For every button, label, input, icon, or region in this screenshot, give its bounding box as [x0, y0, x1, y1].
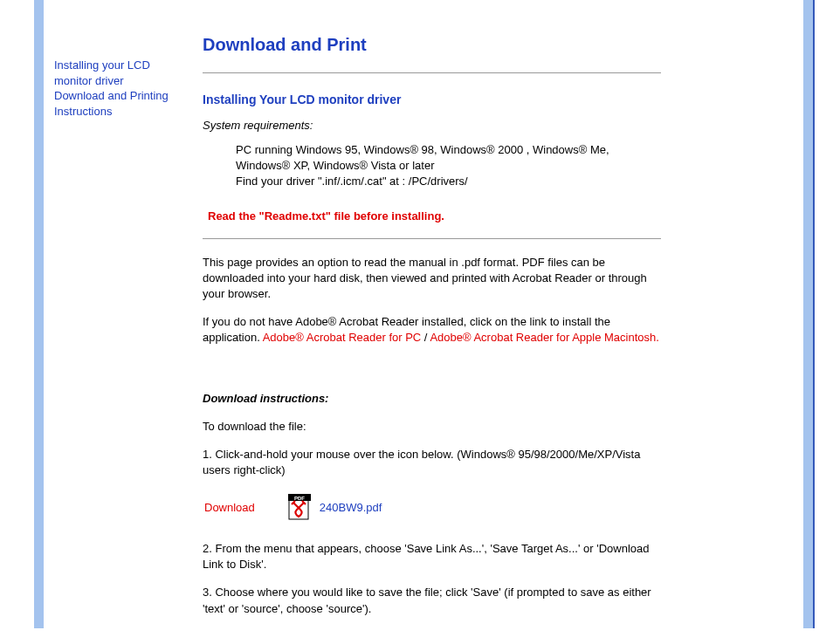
right-accent-bar — [803, 0, 813, 628]
requirement-item: PC running Windows 95, Windows® 98, Wind… — [236, 142, 661, 174]
left-accent-bar — [34, 0, 44, 628]
download-row: Download PDF 240BW9.pdf — [204, 494, 661, 520]
download-intro: To download the file: — [203, 419, 661, 435]
pdf-info-paragraph: This page provides an option to read the… — [203, 255, 661, 303]
section-heading-install: Installing Your LCD monitor driver — [203, 92, 661, 106]
download-label: Download — [204, 501, 255, 514]
requirement-item: Find your driver ".inf/.icm/.cat" at : /… — [236, 174, 661, 189]
sidebar-link-install[interactable]: Installing your LCD monitor driver — [54, 58, 189, 88]
file-cell: PDF 240BW9.pdf — [288, 494, 382, 520]
pdf-icon[interactable]: PDF — [288, 494, 311, 520]
sidebar-nav: Installing your LCD monitor driver Downl… — [54, 58, 189, 119]
page-title: Download and Print — [203, 35, 661, 55]
acrobat-pc-link[interactable]: Adobe® Acrobat Reader for PC — [263, 331, 422, 344]
acrobat-mac-link[interactable]: Adobe® Acrobat Reader for Apple Macintos… — [430, 331, 659, 344]
requirements-list: PC running Windows 95, Windows® 98, Wind… — [236, 142, 661, 190]
main-content: Download and Print Installing Your LCD m… — [203, 35, 661, 629]
download-step-2: 2. From the menu that appears, choose 'S… — [203, 541, 661, 572]
download-heading: Download instructions: — [203, 392, 661, 405]
requirements-label: System requirements: — [203, 119, 661, 132]
download-step-3: 3. Choose where you would like to save t… — [203, 585, 661, 616]
svg-text:PDF: PDF — [294, 496, 305, 501]
divider — [203, 238, 661, 239]
download-step-1: 1. Click-and-hold your mouse over the ic… — [203, 447, 661, 478]
link-separator: / — [421, 331, 430, 344]
sidebar-link-download[interactable]: Download and Printing Instructions — [54, 88, 189, 119]
pdf-file-link[interactable]: 240BW9.pdf — [320, 501, 382, 514]
acrobat-paragraph: If you do not have Adobe® Acrobat Reader… — [203, 314, 661, 346]
right-accent-edge — [813, 0, 815, 628]
divider — [203, 72, 661, 73]
install-warning: Read the "Readme.txt" file before instal… — [208, 209, 661, 223]
